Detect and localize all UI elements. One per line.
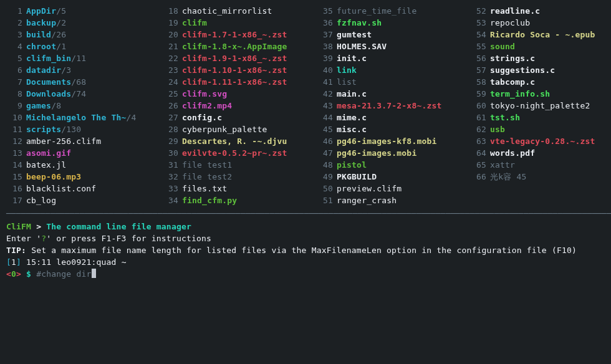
- list-item[interactable]: 17cb_log: [6, 194, 151, 206]
- list-item[interactable]: 61tst.sh: [470, 112, 611, 123]
- prompt-line[interactable]: <0> $ #change dir: [6, 268, 605, 280]
- list-item[interactable]: 10Michelangelo The Th~/4: [6, 112, 151, 123]
- list-item[interactable]: 26clifm2.mp4: [162, 100, 312, 112]
- item-name: scripts: [26, 125, 61, 134]
- item-name-wrap: Ricardo Soca - ~.epub: [490, 29, 611, 41]
- list-item[interactable]: 48pistol: [317, 159, 461, 171]
- list-item[interactable]: 21clifm-1.8-x~.AppImage: [162, 41, 312, 52]
- list-item[interactable]: 58tabcomp.c: [470, 76, 611, 88]
- list-item[interactable]: 46pg46-images-kf8.mobi: [317, 135, 461, 147]
- item-name: pg46-images-kf8.mobi: [337, 136, 437, 146]
- item-name-wrap: clifm-1.11-1-x86~.zst: [182, 76, 312, 88]
- list-item[interactable]: 63vte-legacy-0.28.~.zst: [470, 135, 611, 147]
- list-item[interactable]: 16blacklist.conf: [6, 183, 151, 194]
- list-item[interactable]: 39init.c: [317, 52, 461, 64]
- listing-column: 1AppDir/52backup/23build/264chroot/15cli…: [6, 5, 151, 206]
- item-index: 62: [470, 123, 490, 135]
- item-index: 52: [470, 5, 490, 17]
- list-item[interactable]: 55sound: [470, 41, 611, 52]
- prompt-close: >: [16, 269, 21, 279]
- list-item[interactable]: 31file test1: [162, 159, 312, 171]
- list-item[interactable]: 42main.c: [317, 88, 461, 100]
- item-name: HOLMES.SAV: [337, 42, 387, 51]
- list-item[interactable]: 56strings.c: [470, 52, 611, 64]
- item-name: repoclub: [490, 18, 530, 27]
- list-item[interactable]: 62usb: [470, 123, 611, 135]
- command-input[interactable]: #change dir: [36, 269, 91, 279]
- item-index: 5: [6, 52, 26, 64]
- item-name-wrap: ranger_crash: [337, 194, 461, 206]
- list-item[interactable]: 35future_time_file: [317, 5, 461, 17]
- list-item[interactable]: 5clifm_bin/11: [6, 52, 151, 64]
- item-name-wrap: cyberpunk_palette: [182, 123, 312, 135]
- list-item[interactable]: 8Downloads/74: [6, 88, 151, 100]
- list-item[interactable]: 47pg46-images.mobi: [317, 147, 461, 159]
- item-name-wrap: future_time_file: [337, 5, 461, 17]
- list-item[interactable]: 23clifm-1.10-1-x86~.zst: [162, 64, 312, 76]
- list-item[interactable]: 13asomi.gif: [6, 147, 151, 159]
- list-item[interactable]: 40link: [317, 64, 461, 76]
- list-item[interactable]: 15beep-06.mp3: [6, 171, 151, 183]
- list-item[interactable]: 41list: [317, 76, 461, 88]
- list-item[interactable]: 64words.pdf: [470, 147, 611, 159]
- list-item[interactable]: 32file test2: [162, 171, 312, 183]
- item-index: 46: [317, 135, 337, 147]
- list-item[interactable]: 65xattr: [470, 159, 611, 171]
- list-item[interactable]: 25clifm.svg: [162, 88, 312, 100]
- item-index: 44: [317, 112, 337, 123]
- item-name: amber-256.clifm: [26, 136, 101, 146]
- status-line: [1] 15:11 leo0921:quad ~: [6, 256, 605, 268]
- item-name: list: [337, 77, 357, 87]
- list-item[interactable]: 22clifm-1.9-1-x86_~.zst: [162, 52, 312, 64]
- list-item[interactable]: 20clifm-1.7-1-x86_~.zst: [162, 29, 312, 41]
- list-item[interactable]: 51ranger_crash: [317, 194, 461, 206]
- list-item[interactable]: 59term_info.sh: [470, 88, 611, 100]
- item-name: config.c: [182, 113, 222, 122]
- list-item[interactable]: 54Ricardo Soca - ~.epub: [470, 29, 611, 41]
- item-index: 61: [470, 112, 490, 123]
- list-item[interactable]: 44mime.c: [317, 112, 461, 123]
- item-name: init.c: [337, 54, 367, 63]
- list-item[interactable]: 19clifm: [162, 17, 312, 29]
- item-name-wrap: cb_log: [26, 194, 151, 206]
- list-item[interactable]: 33files.txt: [162, 183, 312, 194]
- list-item[interactable]: 18chaotic_mirrorlist: [162, 5, 312, 17]
- list-item[interactable]: 24clifm-1.11-1-x86~.zst: [162, 76, 312, 88]
- list-item[interactable]: 36fzfnav.sh: [317, 17, 461, 29]
- item-name-wrap: tokyo-night_palette2: [490, 100, 611, 112]
- list-item[interactable]: 7Documents/68: [6, 76, 151, 88]
- item-name: Descartes, R. -~.djvu: [182, 136, 287, 146]
- list-item[interactable]: 3build/26: [6, 29, 151, 41]
- list-item[interactable]: 28cyberpunk_palette: [162, 123, 312, 135]
- list-item[interactable]: 49PKGBUILD: [317, 171, 461, 183]
- list-item[interactable]: 4chroot/1: [6, 41, 151, 52]
- list-item[interactable]: 11scripts/130: [6, 123, 151, 135]
- list-item[interactable]: 37gumtest: [317, 29, 461, 41]
- list-item[interactable]: 45misc.c: [317, 123, 461, 135]
- list-item[interactable]: 43mesa-21.3.7-2-x8~.zst: [317, 100, 461, 112]
- item-name-wrap: Descartes, R. -~.djvu: [182, 135, 312, 147]
- list-item[interactable]: 60tokyo-night_palette2: [470, 100, 611, 112]
- list-item[interactable]: 6datadir/3: [6, 64, 151, 76]
- item-suffix: /26: [51, 30, 66, 39]
- list-item[interactable]: 52readline.c: [470, 5, 611, 17]
- list-item[interactable]: 57suggestions.c: [470, 64, 611, 76]
- list-item[interactable]: 2backup/2: [6, 17, 151, 29]
- item-name: chroot: [26, 42, 56, 51]
- list-item[interactable]: 9games/8: [6, 100, 151, 112]
- list-item[interactable]: 34find_cfm.py: [162, 194, 312, 206]
- item-index: 53: [470, 17, 490, 29]
- item-name: datadir: [26, 65, 61, 75]
- list-item[interactable]: 12amber-256.clifm: [6, 135, 151, 147]
- list-item[interactable]: 38HOLMES.SAV: [317, 41, 461, 52]
- list-item[interactable]: 1AppDir/5: [6, 5, 151, 17]
- list-item[interactable]: 66光k容 45: [470, 171, 611, 183]
- list-item[interactable]: 30evilvte-0.5.2~pr~.zst: [162, 147, 312, 159]
- list-item[interactable]: 50preview.clifm: [317, 183, 461, 194]
- list-item[interactable]: 27config.c: [162, 112, 312, 123]
- list-item[interactable]: 29Descartes, R. -~.djvu: [162, 135, 312, 147]
- list-item[interactable]: 14batex.jl: [6, 159, 151, 171]
- list-item[interactable]: 53repoclub: [470, 17, 611, 29]
- item-index: 26: [162, 100, 182, 112]
- tip-line: TIP: Set a maximum file name length for …: [6, 244, 605, 256]
